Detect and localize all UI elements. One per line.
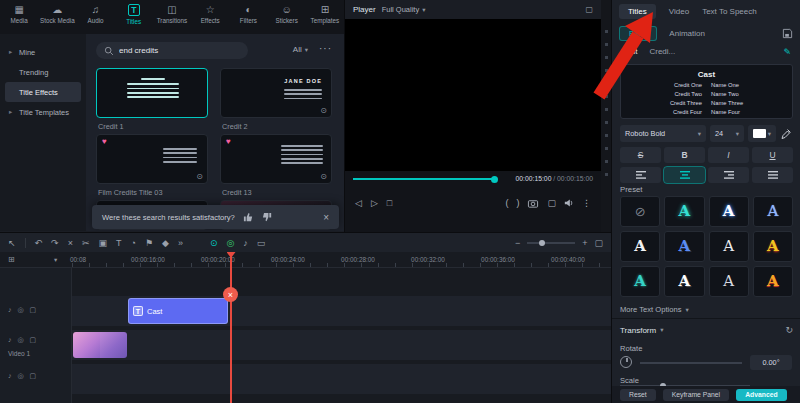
tab-transitions[interactable]: ◫Transitions — [153, 4, 191, 24]
preset-style[interactable]: A — [753, 196, 793, 227]
font-size-dropdown[interactable]: 24▾ — [710, 125, 744, 142]
zoom-out-icon[interactable]: − — [515, 238, 520, 248]
volume-icon[interactable] — [564, 198, 574, 208]
rotate-value[interactable]: 0.00° — [750, 355, 792, 370]
preset-style[interactable]: A — [664, 196, 704, 227]
rotate-knob[interactable] — [620, 356, 632, 368]
edit-text-icon[interactable]: ✎ — [783, 47, 791, 57]
playhead-line[interactable] — [230, 252, 232, 403]
preset-style[interactable]: A — [709, 196, 749, 227]
align-right-button[interactable] — [708, 167, 749, 183]
clip-chip-cast[interactable]: Cast — [621, 47, 637, 56]
text-tool-icon[interactable]: T — [116, 238, 122, 248]
video-clip[interactable] — [73, 332, 127, 358]
bold-button[interactable]: B — [664, 147, 705, 163]
undo-icon[interactable]: ↶ — [35, 238, 43, 248]
search-box[interactable] — [96, 42, 248, 59]
search-input[interactable] — [119, 46, 229, 55]
lock-track-icon[interactable]: ▢ — [30, 336, 37, 344]
more-text-options[interactable]: More Text Options▾ — [620, 305, 689, 314]
playhead-delete-badge[interactable]: × — [223, 287, 238, 302]
delete-icon[interactable]: × — [68, 238, 73, 248]
fullscreen-icon[interactable]: ▢ — [547, 198, 556, 208]
sidebar-item-title-templates[interactable]: ▸Title Templates — [0, 102, 86, 122]
screen-record-icon[interactable]: ▭ — [257, 238, 266, 248]
mark-in-icon[interactable]: ( — [505, 198, 508, 208]
tab-titles[interactable]: TTitles — [115, 4, 153, 25]
transform-section-header[interactable]: Transform ▾ ↻ — [620, 325, 793, 335]
eyedropper-icon[interactable] — [780, 128, 792, 140]
tab-filters[interactable]: ◐Filters — [229, 4, 267, 24]
preset-style[interactable]: A — [709, 231, 749, 262]
font-color-picker[interactable]: ▾ — [748, 125, 776, 142]
text-preview-box[interactable]: Cast Credit OneName One Credit TwoName T… — [620, 64, 793, 119]
chevron-down-icon[interactable]: ▾ — [54, 256, 57, 264]
timeline-ruler[interactable]: ⊞ ▾ 00:08 00:00:16:00 00:00:20:00 00:00:… — [0, 252, 611, 268]
keyframe-icon[interactable]: ◆ — [162, 238, 169, 248]
progress-handle[interactable] — [491, 176, 498, 183]
clip-chip-credit[interactable]: Credi... — [649, 47, 675, 56]
favorite-heart-icon[interactable]: ♥ — [102, 137, 107, 146]
tab-video-properties[interactable]: Video — [669, 7, 689, 16]
hide-track-icon[interactable]: ◎ — [18, 372, 24, 380]
tab-titles-properties[interactable]: Titles — [619, 4, 656, 19]
fit-timeline-icon[interactable]: ▢ — [594, 238, 603, 248]
detach-player-icon[interactable]: ▢ — [585, 5, 593, 14]
sidebar-item-trending[interactable]: Trending — [0, 62, 86, 82]
title-template-card[interactable]: ♥ ⊙ — [96, 134, 208, 184]
preset-style[interactable]: A — [620, 231, 660, 262]
motion-track-icon[interactable]: ◎ — [226, 238, 234, 248]
strikethrough-button[interactable]: S — [620, 147, 661, 163]
title-clip-cast[interactable]: T Cast — [128, 298, 228, 324]
playback-progress-bar[interactable] — [353, 178, 495, 180]
play-icon[interactable]: ▷ — [371, 198, 378, 208]
title-template-card[interactable] — [96, 68, 208, 118]
preset-style[interactable]: A — [664, 231, 704, 262]
record-voiceover-icon[interactable]: ⊙ — [210, 238, 218, 248]
underline-button[interactable]: U — [752, 147, 793, 163]
preset-style[interactable]: A — [753, 266, 793, 297]
redo-icon[interactable]: ↷ — [51, 238, 59, 248]
keyframe-panel-button[interactable]: Keyframe Panel — [663, 389, 729, 401]
speed-icon[interactable]: ◔ — [130, 238, 135, 248]
reset-transform-icon[interactable]: ↻ — [785, 325, 793, 335]
sidebar-item-mine[interactable]: ▸Mine — [0, 42, 86, 62]
thumbs-down-icon[interactable] — [262, 212, 273, 223]
zoom-in-icon[interactable]: + — [582, 238, 587, 248]
crop-icon[interactable]: ▣ — [98, 238, 107, 248]
favorite-heart-icon[interactable]: ♥ — [226, 137, 231, 146]
audio-track-lane[interactable] — [72, 364, 611, 394]
video-track-lane[interactable] — [72, 330, 611, 360]
preset-none[interactable]: ⊘ — [620, 196, 660, 227]
more-options-icon[interactable]: ⋮ — [582, 198, 591, 208]
previous-frame-icon[interactable]: ◁ — [355, 198, 362, 208]
snapshot-camera-icon[interactable] — [527, 198, 539, 209]
close-icon[interactable]: × — [323, 212, 329, 223]
subtab-basic[interactable]: Basic — [619, 26, 657, 41]
tab-templates[interactable]: ⊞Templates — [306, 4, 344, 24]
title-template-card[interactable]: JANE DOE ⊙ — [220, 68, 332, 118]
mic-icon[interactable]: ♪ — [243, 238, 248, 248]
tab-text-to-speech[interactable]: Text To Speech — [702, 7, 757, 16]
preview-viewport[interactable] — [345, 19, 601, 171]
marker-icon[interactable]: ⚑ — [145, 238, 153, 248]
rotate-slider[interactable] — [640, 362, 742, 364]
mute-track-icon[interactable]: ♪ — [8, 336, 12, 344]
hide-track-icon[interactable]: ◎ — [18, 306, 24, 314]
title-template-card[interactable]: ♥ ⊙ — [220, 134, 332, 184]
font-family-dropdown[interactable]: Roboto Bold▾ — [620, 125, 706, 142]
lock-track-icon[interactable]: ▢ — [30, 306, 37, 314]
manage-tracks-icon[interactable]: ⊞ — [8, 255, 15, 264]
zoom-slider-handle[interactable] — [539, 240, 545, 246]
align-center-button[interactable] — [664, 167, 705, 183]
italic-button[interactable]: I — [708, 147, 749, 163]
preset-style[interactable]: A — [709, 266, 749, 297]
tab-effects[interactable]: ☆Effects — [191, 4, 229, 24]
filter-dropdown[interactable]: All▾ — [293, 45, 308, 54]
split-icon[interactable]: ✂ — [82, 238, 90, 248]
align-left-button[interactable] — [620, 167, 661, 183]
timeline-zoom-slider[interactable] — [527, 242, 575, 244]
tab-audio[interactable]: ♫Audio — [76, 4, 114, 24]
save-preset-icon[interactable] — [782, 28, 793, 39]
mute-track-icon[interactable]: ♪ — [8, 372, 12, 380]
